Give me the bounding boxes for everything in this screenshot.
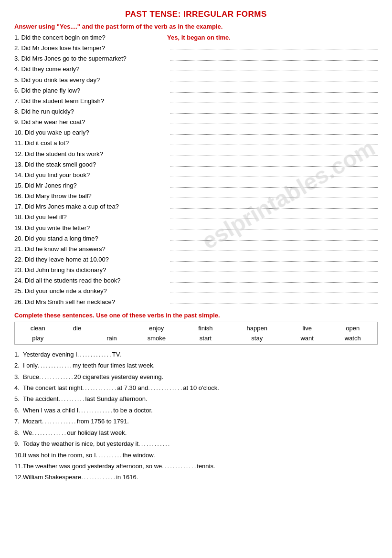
question-text: 1. Did the concert begin on time?	[14, 33, 167, 42]
question-text: 22. Did they leave home at 10.00?	[14, 255, 167, 264]
verb-cell: want	[286, 333, 328, 345]
sentence-number: 9.	[14, 439, 23, 449]
verb-cell: enjoy	[130, 322, 183, 333]
verb-cell: smoke	[130, 333, 183, 345]
question-text: 4. Did they come early?	[14, 64, 167, 74]
sentence-part: .............	[77, 349, 112, 359]
question-text: 18. Did you feel ill?	[14, 212, 167, 222]
sentence-part: ..........	[96, 450, 123, 460]
verb-cell: play	[15, 333, 61, 345]
sentence-part: from 1756 to 1791.	[77, 416, 129, 426]
question-row: 1. Did the concert begin on time?Yes, it…	[14, 33, 378, 42]
question-text: 19. Did you write the letter?	[14, 223, 167, 233]
page-title: PAST TENSE: IRREGULAR FORMS	[14, 10, 378, 19]
sentence-row: 3. Bruce ............. 20 cigarettes yes…	[14, 372, 378, 382]
question-text: 9. Did she wear her coat?	[14, 117, 167, 127]
sentence-part: .............	[38, 360, 73, 370]
sentence-row: 8. We ............. our holiday last wee…	[14, 428, 378, 438]
question-row: 16. Did Mary throw the ball?	[14, 191, 378, 201]
question-text: 25. Did your uncle ride a donkey?	[14, 286, 167, 296]
sentence-list: 1. Yesterday evening I ............. TV.…	[14, 349, 378, 483]
sentence-part: TV.	[112, 349, 121, 359]
sentence-part: the window.	[123, 450, 155, 460]
sentence-row: 11. The weather was good yesterday after…	[14, 461, 378, 471]
dotted-answer-line	[170, 82, 378, 82]
question-text: 2. Did Mr Jones lose his temper?	[14, 43, 167, 53]
dotted-answer-line	[170, 177, 378, 177]
question-row: 12. Did the student do his work?	[14, 149, 378, 159]
sentence-part: at 7.30 and	[117, 383, 148, 393]
question-row: 8. Did he run quickly?	[14, 107, 378, 116]
question-row: 23. Did John bring his dictionary?	[14, 265, 378, 275]
dotted-answer-line	[170, 124, 378, 124]
question-text: 7. Did the student learn English?	[14, 96, 167, 106]
sentence-part: The weather was good yesterday afternoon…	[23, 461, 162, 471]
verb-cell: watch	[328, 333, 377, 345]
verb-cell	[94, 322, 130, 333]
sentence-number: 12.	[14, 472, 23, 482]
question-row: 6. Did the plane fly low?	[14, 86, 378, 95]
instruction1: Answer using "Yes...." and the past form…	[14, 23, 378, 30]
sentence-part: ...........	[138, 439, 168, 449]
verb-cell: finish	[183, 322, 228, 333]
sentence-part: When I was a child I	[23, 405, 78, 415]
dotted-answer-line	[170, 166, 378, 167]
dotted-answer-line	[170, 187, 378, 188]
sentence-number: 5.	[14, 394, 23, 404]
sentence-number: 4.	[14, 383, 23, 393]
sentence-number: 8.	[14, 428, 23, 438]
dotted-answer-line	[170, 219, 378, 219]
question-row: 10. Did you wake up early?	[14, 128, 378, 137]
sentence-row: 10. It was hot in the room, so I .......…	[14, 450, 378, 460]
sentence-number: 10.	[14, 450, 23, 460]
verb-cell	[61, 333, 94, 345]
dotted-answer-line	[170, 92, 378, 93]
sentence-part: my teeth four times last week.	[73, 360, 155, 370]
verb-cell: open	[328, 322, 377, 333]
verb-cell: rain	[94, 333, 130, 345]
sentence-part: I only	[23, 360, 38, 370]
example-answer: Yes, it began on time.	[167, 33, 231, 42]
verb-cell: die	[61, 322, 94, 333]
sentence-number: 11.	[14, 461, 23, 471]
sentence-part: .............	[81, 472, 116, 482]
sentence-row: 1. Yesterday evening I ............. TV.	[14, 349, 378, 359]
dotted-answer-line	[170, 60, 378, 61]
sentence-part: .............	[162, 461, 197, 471]
verb-cell: start	[183, 333, 228, 345]
sentence-part: .............	[32, 428, 67, 438]
question-row: 26. Did Mrs Smith sell her necklace?	[14, 297, 378, 307]
question-text: 11. Did it cost a lot?	[14, 138, 167, 148]
sentence-row: 6. When I was a child I ............. to…	[14, 405, 378, 415]
question-text: 26. Did Mrs Smith sell her necklace?	[14, 297, 167, 307]
question-row: 3. Did Mrs Jones go to the supermarket?	[14, 54, 378, 63]
question-row: 20. Did you stand a long time?	[14, 234, 378, 243]
sentence-part: William Shakespeare	[23, 472, 81, 482]
sentence-part: .	[168, 439, 171, 449]
question-text: 5. Did you drink tea every day?	[14, 75, 167, 85]
verb-cell: stay	[228, 333, 286, 345]
sentence-part: .............	[78, 405, 113, 415]
question-text: 13. Did the steak smell good?	[14, 160, 167, 169]
sentence-row: 4. The concert last night ............. …	[14, 383, 378, 393]
sentence-part: our holiday last week.	[67, 428, 127, 438]
question-text: 20. Did you stand a long time?	[14, 234, 167, 243]
instruction2: Complete these sentences. Use one of the…	[14, 312, 378, 319]
sentence-row: 7. Mozart ............. from 1756 to 179…	[14, 416, 378, 426]
question-row: 15. Did Mr Jones ring?	[14, 181, 378, 190]
question-text: 15. Did Mr Jones ring?	[14, 181, 167, 190]
sentence-part: The concert last night	[23, 383, 82, 393]
sentence-part: last Sunday afternoon.	[85, 394, 148, 404]
question-row: 9. Did she wear her coat?	[14, 117, 378, 127]
question-text: 12. Did the student do his work?	[14, 149, 167, 159]
question-text: 16. Did Mary throw the ball?	[14, 191, 167, 201]
sentence-part: .............	[148, 383, 183, 393]
sentence-row: 9. Today the weather is nice, but yester…	[14, 439, 378, 449]
sentence-part: at 10 o'clock.	[183, 383, 219, 393]
dotted-answer-line	[170, 282, 378, 283]
sentence-row: 12. William Shakespeare ............. in…	[14, 472, 378, 482]
dotted-answer-line	[170, 113, 378, 114]
sentence-part: We	[23, 428, 32, 438]
sentence-part: The accident	[23, 394, 58, 404]
question-row: 17. Did Mrs Jones make a cup of tea?	[14, 202, 378, 211]
